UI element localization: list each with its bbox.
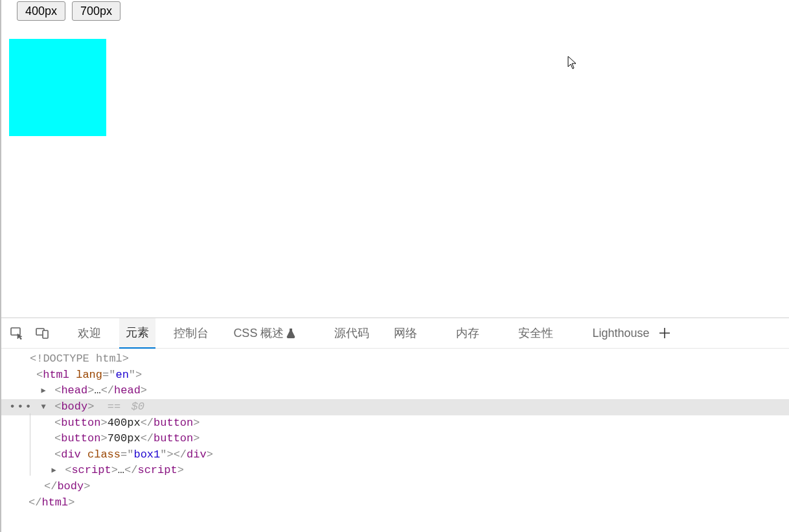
collapse-toggle-icon[interactable]: ▼ xyxy=(39,402,48,413)
dom-row-button-400[interactable]: <button>400px</button> xyxy=(1,415,789,432)
annotation-dollar0: $0 xyxy=(131,400,144,413)
box1-div xyxy=(9,39,106,136)
dom-row-doctype[interactable]: <!DOCTYPE html> xyxy=(1,351,789,367)
device-toolbar-icon[interactable] xyxy=(32,322,52,344)
tab-elements[interactable]: 元素 xyxy=(119,318,155,349)
tab-memory[interactable]: 内存 xyxy=(450,318,486,349)
svg-rect-2 xyxy=(43,330,48,338)
mouse-cursor-icon xyxy=(567,56,578,70)
devtools-toolbar: 欢迎 元素 控制台 CSS 概述 源代码 网络 内存 安全性 Lighthous… xyxy=(1,318,789,349)
dom-row-div-box1[interactable]: <div class="box1"></div> xyxy=(1,447,789,463)
expand-toggle-icon[interactable]: ▶ xyxy=(49,465,58,476)
tab-sources[interactable]: 源代码 xyxy=(328,318,376,349)
tab-css-overview[interactable]: CSS 概述 xyxy=(227,318,302,349)
inspect-element-icon[interactable] xyxy=(6,322,27,344)
dom-row-button-700[interactable]: <button>700px</button> xyxy=(1,431,789,447)
rendered-page: 400px 700px xyxy=(1,0,789,318)
dom-row-head[interactable]: ▶ <head>…</head> xyxy=(1,383,789,399)
dom-row-body-open[interactable]: ••• ▼ <body> == $0 xyxy=(1,399,789,415)
annotation-eq: == xyxy=(108,400,128,413)
dom-row-html-open[interactable]: <html lang="en"> xyxy=(1,367,789,384)
tab-security[interactable]: 安全性 xyxy=(512,318,560,349)
svg-rect-0 xyxy=(11,328,20,335)
tab-welcome[interactable]: 欢迎 xyxy=(71,318,108,349)
devtools-panel: 欢迎 元素 控制台 CSS 概述 源代码 网络 内存 安全性 Lighthous… xyxy=(1,318,789,532)
page-button-700px[interactable]: 700px xyxy=(72,1,120,21)
tab-lighthouse[interactable]: Lighthouse xyxy=(586,318,656,349)
page-button-400px[interactable]: 400px xyxy=(17,1,65,21)
expand-toggle-icon[interactable]: ▶ xyxy=(39,386,48,397)
flask-icon xyxy=(286,328,295,338)
selected-row-dots-icon: ••• xyxy=(9,399,33,415)
devtools-tablist: 欢迎 元素 控制台 CSS 概述 源代码 网络 内存 安全性 Lighthous… xyxy=(71,318,656,349)
tab-console[interactable]: 控制台 xyxy=(167,318,215,349)
tab-network[interactable]: 网络 xyxy=(387,318,424,349)
tab-css-overview-label: CSS 概述 xyxy=(233,325,284,341)
dom-row-script[interactable]: ▶ <script>…</script> xyxy=(1,463,789,479)
dom-row-body-close[interactable]: </body> xyxy=(1,479,789,495)
more-tabs-plus-icon[interactable] xyxy=(656,323,674,343)
dom-row-html-close[interactable]: </html> xyxy=(1,495,789,511)
elements-tree[interactable]: <!DOCTYPE html> <html lang="en"> ▶ <head… xyxy=(1,349,789,532)
